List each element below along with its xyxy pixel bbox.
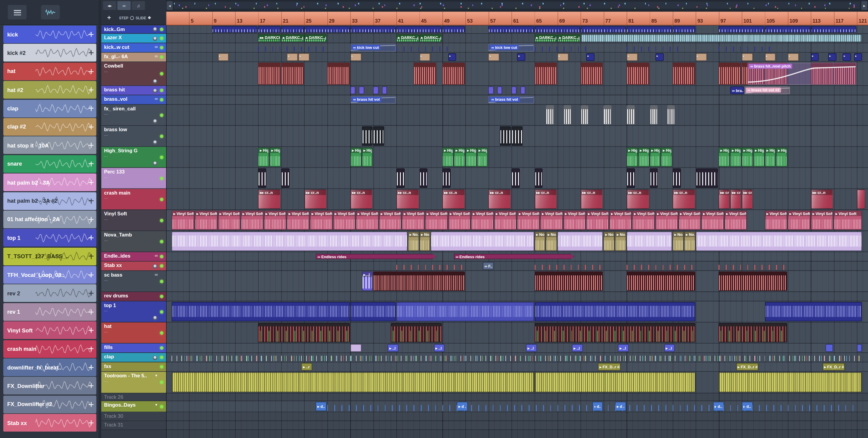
clip-gray-lt[interactable] bbox=[667, 105, 675, 124]
clip-cr-n[interactable]: ▸▸ cr..n bbox=[442, 189, 465, 209]
picker-item-kick-2[interactable]: kick #2 bbox=[3, 44, 96, 62]
clip-purple[interactable] bbox=[373, 87, 378, 94]
clip-red[interactable] bbox=[535, 63, 557, 85]
track-header-sc-bass[interactable]: sc bass...∞ bbox=[101, 271, 166, 292]
clip-cr-n[interactable]: ▸▸ cr..n bbox=[489, 189, 511, 209]
picker-item-top-1[interactable]: top 1 bbox=[3, 229, 96, 247]
clip-l[interactable]: ▸ ..l bbox=[572, 344, 583, 352]
clip-red-bright[interactable] bbox=[535, 262, 603, 270]
mute-led[interactable] bbox=[160, 134, 163, 138]
clip-tan[interactable] bbox=[350, 53, 361, 61]
clip-red[interactable] bbox=[258, 63, 281, 85]
mute-led[interactable] bbox=[160, 381, 163, 384]
clip-purple[interactable] bbox=[520, 87, 525, 94]
clip-blue-med[interactable] bbox=[327, 402, 857, 411]
picker-item-snare[interactable]: snare bbox=[3, 155, 96, 173]
clip-hatbg[interactable] bbox=[535, 323, 695, 342]
clip-vinyl-soft[interactable]: ▸ Vinyl Soft bbox=[765, 210, 787, 230]
clip-indigo[interactable] bbox=[396, 302, 534, 321]
clip-brass-hit-nnel-pitch[interactable]: ∞ brass hit..nnel pitch bbox=[747, 63, 856, 85]
clip-lavender[interactable] bbox=[695, 232, 862, 251]
clip-darkc-perc[interactable]: ▸ DARKC..perc bbox=[419, 34, 442, 42]
mute-led[interactable] bbox=[160, 219, 163, 222]
clip-red-bright[interactable] bbox=[396, 262, 465, 270]
clip-navy[interactable] bbox=[655, 53, 664, 61]
picker-item-fx-downlifter-2[interactable]: FX_Downlifter #2 bbox=[3, 396, 96, 413]
clip-hig[interactable]: ▸ Hig.. bbox=[477, 147, 488, 167]
clip-vinyl-soft[interactable]: ▸ Vinyl Soft bbox=[678, 210, 701, 230]
clip-darkc-perc[interactable]: ▸ DARKC..perc bbox=[535, 34, 557, 42]
track-header-kick-w-cut[interactable]: kick..w cut∞ bbox=[101, 43, 166, 53]
clip-no[interactable]: ▸ No.. bbox=[604, 232, 615, 251]
clip-r[interactable]: ▸ ..r bbox=[301, 363, 312, 371]
track-header-stab-xx[interactable]: Stab xx bbox=[101, 262, 166, 271]
clip-vinyl-soft[interactable]: ▸ Vinyl Soft bbox=[494, 210, 517, 230]
clip-navy[interactable] bbox=[304, 26, 350, 33]
clip-navy[interactable] bbox=[442, 26, 465, 33]
mute-led[interactable] bbox=[160, 365, 163, 368]
clip-gray-lt[interactable] bbox=[581, 105, 589, 124]
clip-vinyl-soft[interactable]: ▸ Vinyl Soft bbox=[563, 210, 586, 230]
clip-red[interactable] bbox=[327, 63, 350, 85]
clip-purple[interactable] bbox=[350, 87, 355, 94]
clip-vinyl-soft[interactable]: ▸ Vinyl Soft bbox=[218, 210, 241, 230]
clip-l[interactable]: ▸ ..l bbox=[434, 344, 444, 352]
clip-no[interactable]: ▸ No.. bbox=[535, 232, 546, 251]
overview-scrollbar[interactable] bbox=[174, 2, 861, 9]
mute-led[interactable] bbox=[160, 239, 163, 243]
clip-hig[interactable]: ▸ Hig.. bbox=[270, 147, 281, 167]
clip-vinyl-soft[interactable]: ▸ Vinyl Soft bbox=[287, 210, 310, 230]
mute-led[interactable] bbox=[160, 98, 163, 101]
clip-hig[interactable]: ▸ Hig.. bbox=[650, 147, 661, 167]
knob-icon[interactable] bbox=[153, 356, 157, 360]
clip-lavender[interactable] bbox=[350, 344, 361, 352]
clip-vinyl-soft[interactable]: ▸ Vinyl Soft bbox=[379, 210, 402, 230]
mute-led[interactable] bbox=[160, 72, 163, 76]
clip-navy[interactable] bbox=[350, 302, 396, 321]
picker-item-tfh-vocal-loop-08[interactable]: TFH_Vocal_Loop_08.. bbox=[3, 266, 96, 284]
mute-led[interactable] bbox=[160, 255, 163, 258]
mute-led[interactable] bbox=[160, 295, 163, 298]
picker-item-rev-2[interactable]: rev 2 bbox=[3, 285, 96, 302]
mute-led[interactable] bbox=[160, 176, 163, 180]
clip-brass-hit-vol-2[interactable]: ∞ brass hit vol #2 bbox=[745, 87, 790, 94]
clip-gray-lt[interactable] bbox=[650, 105, 658, 124]
clip-navy[interactable] bbox=[843, 53, 851, 61]
clip-vinyl-soft[interactable]: ▸ Vinyl Soft bbox=[632, 210, 655, 230]
playlist-lane-track-30[interactable] bbox=[166, 412, 868, 421]
clip-tan[interactable] bbox=[788, 53, 799, 61]
clip-navy[interactable] bbox=[535, 302, 695, 321]
knob-icon[interactable] bbox=[153, 264, 157, 269]
clip-vinyl-soft[interactable]: ▸ Vinyl Soft bbox=[333, 210, 355, 230]
mute-led[interactable] bbox=[160, 28, 163, 31]
add-pattern-button[interactable]: + bbox=[104, 13, 113, 22]
clip-darkc-perc[interactable]: ▸ DARKC..perc bbox=[558, 34, 580, 42]
clip-kick-low-cut[interactable]: ∞ kick low cut bbox=[489, 44, 534, 52]
mute-led[interactable] bbox=[160, 280, 163, 283]
clip-yellow[interactable] bbox=[719, 372, 862, 392]
clip-l[interactable]: ▸ ..l bbox=[388, 344, 398, 352]
clip-cyan-lt[interactable] bbox=[581, 34, 862, 42]
track-header-top-1[interactable]: top 1... bbox=[101, 301, 166, 322]
clip-purple[interactable] bbox=[512, 87, 517, 94]
clip-gray-lt[interactable] bbox=[546, 105, 554, 124]
clip-vinyl-soft[interactable]: ▸ Vinyl Soft bbox=[701, 210, 724, 230]
clip-vinyl-soft[interactable]: ▸ Vinyl Soft bbox=[195, 210, 218, 230]
clip-tan[interactable] bbox=[742, 53, 752, 61]
clip-hig[interactable]: ▸ Hig.. bbox=[350, 147, 361, 167]
mute-led[interactable] bbox=[160, 310, 163, 314]
clip-d[interactable]: ▸ d.. bbox=[316, 402, 327, 411]
mute-led[interactable] bbox=[160, 113, 163, 117]
track-header-fx-gl-6a[interactable]: fx_gl..- 6A∞ bbox=[101, 53, 166, 62]
mute-led[interactable] bbox=[160, 89, 163, 92]
clip-vinyl-soft[interactable]: ▸ Vinyl Soft bbox=[264, 210, 287, 230]
mute-led[interactable] bbox=[160, 155, 163, 159]
track-header-crash-main[interactable]: crash main... bbox=[101, 189, 166, 210]
clip-vinyl-soft[interactable]: ▸ Vinyl Soft bbox=[540, 210, 563, 230]
clip-navy[interactable] bbox=[719, 44, 776, 52]
clip-perc[interactable] bbox=[258, 168, 267, 187]
clip-tan[interactable] bbox=[695, 53, 707, 61]
clip-l[interactable]: ▸ ..l bbox=[526, 344, 537, 352]
clip-lavender[interactable] bbox=[627, 232, 672, 251]
track-header-brass-vol[interactable]: brass..vol∞ bbox=[101, 95, 166, 105]
